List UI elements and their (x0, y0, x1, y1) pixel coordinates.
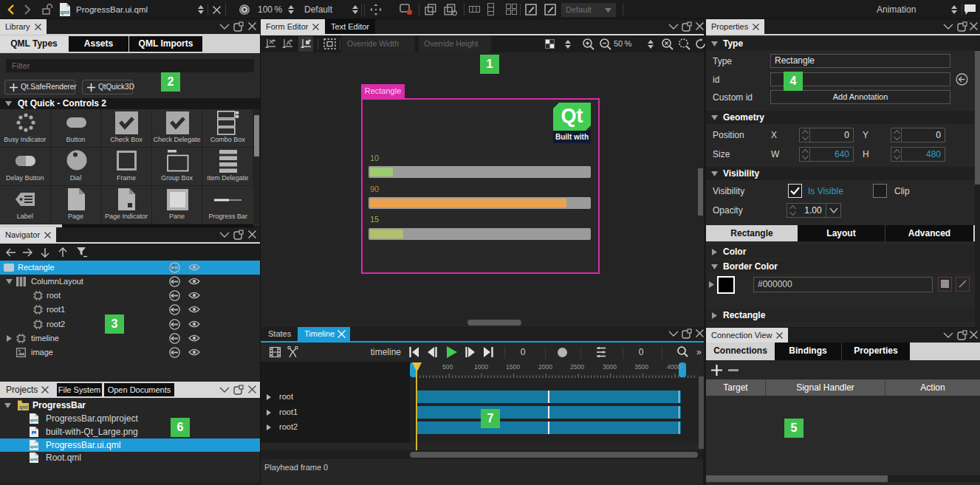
svg-text:qml: qml (30, 418, 38, 422)
svg-text:qml: qml (30, 444, 38, 449)
svg-text:qml: qml (30, 457, 38, 461)
svg-text:qml: qml (19, 405, 28, 410)
svg-text:qml: qml (61, 10, 70, 16)
